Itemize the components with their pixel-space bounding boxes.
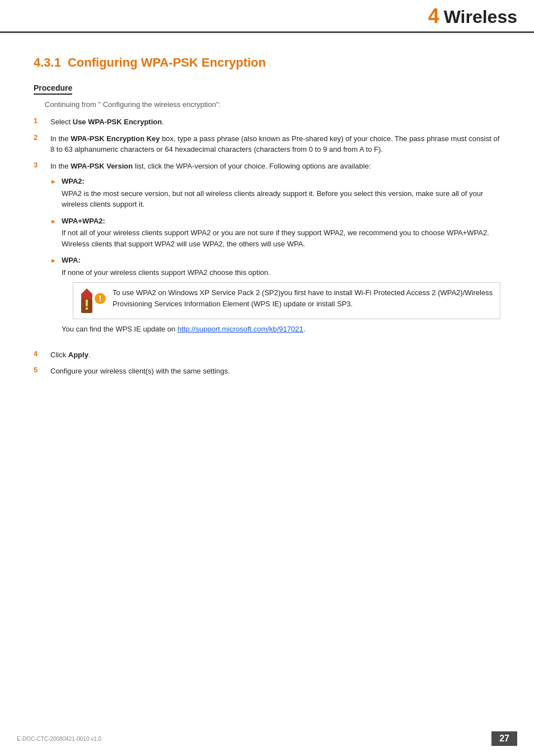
- step-2: 2 In the WPA-PSK Encryption Key box, typ…: [34, 133, 500, 155]
- step-3: 3 In the WPA-PSK Version list, click the…: [34, 161, 500, 344]
- sub-title-wpa-wpa2: WPA+WPA2:: [62, 217, 105, 225]
- svg-rect-3: [86, 307, 88, 310]
- step-1: 1 Select Use WPA-PSK Encryption.: [34, 116, 500, 128]
- step-5-num: 5: [34, 366, 50, 374]
- step-2-num: 2: [34, 133, 50, 142]
- step-4-content: Click Apply.: [50, 349, 500, 361]
- procedure-section: Procedure Continuing from " Configuring …: [34, 83, 500, 377]
- step-2-bold: WPA-PSK Encryption Key: [71, 134, 160, 143]
- continuing-from: Continuing from " Configuring the wirele…: [45, 100, 500, 109]
- step-4: 4 Click Apply.: [34, 349, 500, 361]
- step-4-bold: Apply: [68, 351, 88, 359]
- sub-list: ► WPA2: WPA2 is the most secure version,…: [50, 176, 500, 338]
- main-content: 4.3.1Configuring WPA-PSK Encryption Proc…: [0, 33, 534, 416]
- bullet-arrow-icon: ►: [50, 255, 62, 265]
- page-header: 4Wireless: [0, 0, 534, 33]
- sub-title-wpa2: WPA2:: [62, 177, 85, 185]
- step-1-num: 1: [34, 116, 50, 125]
- sub-content-wpa: WPA: If none of your wireless clients su…: [62, 255, 500, 338]
- bullet-arrow-icon: ►: [50, 176, 62, 186]
- sub-content-wpa2: WPA2: WPA2 is the most secure version, b…: [62, 176, 500, 210]
- note-icon: !: [80, 287, 107, 314]
- note-text: To use WPA2 on Windows XP Service Pack 2…: [113, 287, 493, 309]
- step-3-bold: WPA-PSK Version: [71, 162, 133, 170]
- svg-rect-2: [86, 300, 88, 306]
- footer-page-num: 27: [491, 731, 517, 746]
- chapter-number: 4: [428, 4, 439, 27]
- step-1-bold: Use WPA-PSK Encryption: [73, 118, 162, 126]
- url-link[interactable]: http://support.microsoft.com/kb/917021: [177, 325, 303, 333]
- step-5: 5 Configure your wireless client(s) with…: [34, 366, 500, 377]
- sub-item-wpa: ► WPA: If none of your wireless clients …: [50, 255, 500, 338]
- footer-doc-id: E-DOC-CTC-20080421-0010 v1.0: [17, 736, 101, 742]
- sub-body-wpa2: WPA2 is the most secure version, but not…: [62, 188, 500, 210]
- bullet-arrow-icon: ►: [50, 216, 62, 226]
- step-4-num: 4: [34, 349, 50, 358]
- sub-item-wpa2: ► WPA2: WPA2 is the most secure version,…: [50, 176, 500, 210]
- svg-marker-1: [81, 288, 92, 298]
- sub-body-wpa: If none of your wireless clients support…: [62, 267, 500, 278]
- sub-content-wpa-wpa2: WPA+WPA2: If not all of your wireless cl…: [62, 216, 500, 250]
- note-box: ! To use WPA2 on Windows XP Service Pack…: [73, 282, 500, 319]
- steps-list: 1 Select Use WPA-PSK Encryption. 2 In th…: [34, 116, 500, 377]
- step-3-num: 3: [34, 161, 50, 169]
- sub-item-wpa-wpa2: ► WPA+WPA2: If not all of your wireless …: [50, 216, 500, 250]
- section-title: 4.3.1Configuring WPA-PSK Encryption: [34, 55, 500, 70]
- page-footer: E-DOC-CTC-20080421-0010 v1.0 27: [0, 731, 534, 746]
- step-2-content: In the WPA-PSK Encryption Key box, type …: [50, 133, 500, 155]
- chapter-title: 4Wireless: [428, 4, 517, 28]
- procedure-heading: Procedure: [34, 83, 72, 95]
- continuing-from-link[interactable]: " Configuring the wireless encryption":: [98, 100, 221, 109]
- url-line: You can find the WPS IE update on http:/…: [62, 324, 500, 335]
- step-1-content: Select Use WPA-PSK Encryption.: [50, 116, 500, 128]
- sub-body-wpa-wpa2: If not all of your wireless clients supp…: [62, 227, 500, 249]
- step-5-content: Configure your wireless client(s) with t…: [50, 366, 500, 377]
- svg-text:!: !: [99, 294, 102, 303]
- sub-title-wpa: WPA:: [62, 256, 81, 264]
- step-3-content: In the WPA-PSK Version list, click the W…: [50, 161, 500, 344]
